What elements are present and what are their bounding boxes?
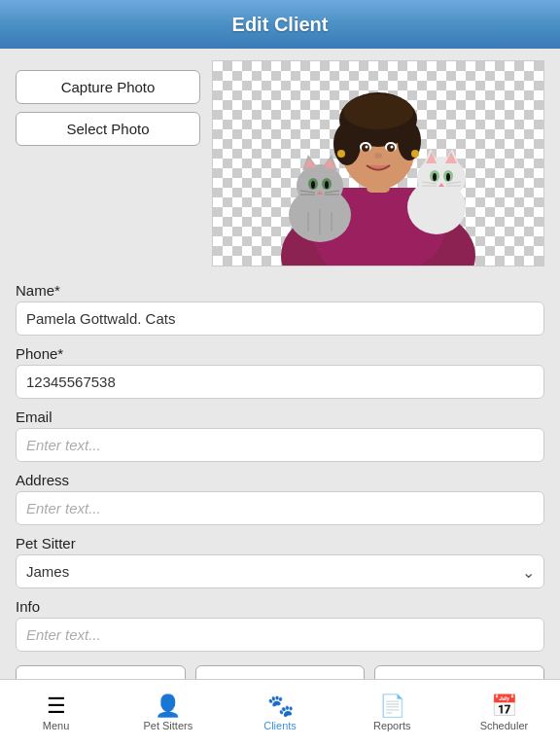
nav-item-scheduler[interactable]: 📅 Scheduler (448, 680, 560, 747)
main-content: Capture Photo Select Photo (0, 49, 560, 679)
menu-icon: ☰ (47, 695, 66, 717)
svg-point-13 (391, 146, 394, 149)
ok-button[interactable]: OK (16, 665, 186, 679)
reports-icon: 📄 (379, 695, 405, 717)
svg-point-15 (337, 150, 345, 158)
info-field-group: Info (16, 598, 544, 652)
pet-sitters-nav-label: Pet Sitters (143, 720, 192, 731)
address-field-group: Address (16, 472, 544, 525)
svg-point-16 (411, 150, 419, 158)
svg-point-28 (325, 181, 329, 189)
phone-label: Phone* (16, 345, 544, 362)
photo-buttons-group: Capture Photo Select Photo (16, 60, 200, 267)
cancel-button[interactable]: Cancel (195, 665, 366, 679)
scheduler-nav-label: Scheduler (480, 720, 529, 731)
svg-point-20 (297, 164, 343, 207)
nav-item-pet-sitters[interactable]: 👤 Pet Sitters (112, 680, 224, 747)
app-header: Edit Client (0, 0, 560, 49)
pet-sitter-select-wrapper: James ⌄ (16, 554, 544, 588)
delete-button[interactable]: Delete (374, 665, 544, 679)
info-label: Info (16, 598, 544, 615)
client-photo (232, 61, 524, 266)
nav-item-menu[interactable]: ☰ Menu (0, 680, 112, 747)
pet-sitter-field-group: Pet Sitter James ⌄ (16, 535, 544, 588)
svg-point-46 (446, 173, 450, 181)
phone-field-group: Phone* (16, 345, 544, 399)
reports-nav-label: Reports (373, 720, 411, 731)
info-input[interactable] (16, 618, 544, 652)
svg-point-5 (333, 123, 361, 165)
svg-point-14 (374, 153, 382, 159)
nav-item-clients[interactable]: 🐾 Clients (224, 680, 335, 747)
name-field-group: Name* (16, 282, 544, 336)
person-icon: 👤 (155, 695, 181, 717)
action-buttons-group: OK Cancel Delete (16, 665, 544, 679)
address-label: Address (16, 472, 544, 488)
email-label: Email (16, 409, 544, 425)
name-input[interactable] (16, 302, 544, 336)
svg-point-27 (311, 181, 315, 189)
pet-sitter-label: Pet Sitter (16, 535, 544, 551)
name-label: Name* (16, 282, 544, 299)
bottom-nav: ☰ Menu 👤 Pet Sitters 🐾 Clients 📄 Reports… (0, 679, 560, 747)
svg-point-7 (343, 94, 413, 129)
clients-nav-label: Clients (263, 720, 297, 731)
select-photo-button[interactable]: Select Photo (16, 112, 200, 146)
photo-preview (212, 60, 544, 267)
scheduler-icon: 📅 (491, 695, 517, 717)
email-field-group: Email (16, 409, 544, 462)
page-title: Edit Client (232, 14, 329, 36)
paw-icon: 🐾 (267, 695, 294, 717)
menu-nav-label: Menu (43, 720, 70, 731)
photo-section: Capture Photo Select Photo (16, 60, 544, 267)
capture-photo-button[interactable]: Capture Photo (16, 70, 200, 104)
nav-item-reports[interactable]: 📄 Reports (336, 680, 448, 747)
pet-sitter-select[interactable]: James (16, 554, 544, 588)
email-input[interactable] (16, 428, 544, 462)
phone-input[interactable] (16, 365, 544, 399)
address-input[interactable] (16, 491, 544, 525)
svg-point-12 (366, 146, 368, 149)
svg-point-45 (433, 173, 437, 181)
